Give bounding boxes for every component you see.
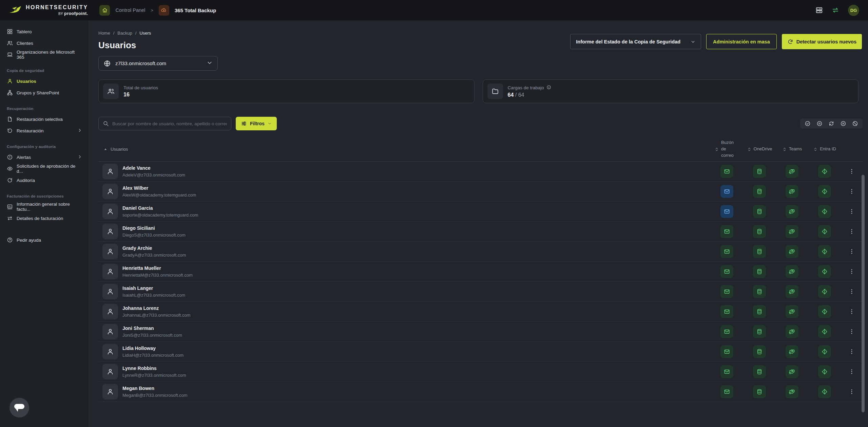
servers-icon[interactable] — [815, 6, 823, 14]
sidebar-item-usuarios[interactable]: Usuarios — [4, 75, 85, 87]
sync-icon[interactable] — [828, 120, 834, 127]
row-menu-button[interactable] — [847, 245, 856, 258]
table-row[interactable]: Daniel Garcia soporte@oldacademy.totemgu… — [98, 202, 863, 222]
info-icon[interactable] — [546, 85, 551, 91]
sidebar-item-restauracion[interactable]: Restauración — [4, 125, 85, 136]
teams-status-icon[interactable] — [786, 305, 798, 318]
onedrive-status-icon[interactable] — [753, 265, 766, 278]
entra-id-status-icon[interactable] — [818, 285, 831, 298]
table-row[interactable]: Johanna Lorenz JohannaL@z7l33.onmicrosof… — [98, 302, 863, 322]
block-icon[interactable] — [852, 120, 858, 127]
teams-status-icon[interactable] — [786, 225, 798, 238]
entra-id-status-icon[interactable] — [818, 365, 831, 378]
sidebar-item-alertas[interactable]: Alertas — [4, 151, 85, 163]
teams-status-icon[interactable] — [786, 325, 798, 338]
mailbox-status-icon[interactable] — [720, 225, 733, 238]
backup-status-report-dropdown[interactable]: Informe del Estado de la Copia de Seguri… — [570, 34, 701, 49]
column-header-entra-id[interactable]: Entra ID — [808, 146, 841, 152]
row-menu-button[interactable] — [847, 225, 856, 238]
onedrive-status-icon[interactable] — [753, 285, 766, 298]
table-row[interactable]: Diego Siciliani DiegoS@z7l33.onmicrosoft… — [98, 222, 863, 242]
teams-status-icon[interactable] — [786, 205, 798, 218]
row-menu-button[interactable] — [847, 345, 856, 358]
sidebar-item-solicitudes-aprobacion[interactable]: Solicitudes de aprobación de d... — [4, 163, 85, 174]
onedrive-status-icon[interactable] — [753, 245, 766, 258]
onedrive-status-icon[interactable] — [753, 325, 766, 338]
onedrive-status-icon[interactable] — [753, 205, 766, 218]
onedrive-status-icon[interactable] — [753, 165, 766, 178]
entra-id-status-icon[interactable] — [818, 305, 831, 318]
vertical-scrollbar[interactable] — [862, 175, 865, 412]
teams-status-icon[interactable] — [786, 245, 798, 258]
chat-widget-button[interactable] — [9, 398, 29, 417]
sidebar-item-organizaciones-m365[interactable]: Organizaciones de Microsoft 365 — [4, 49, 85, 60]
onedrive-status-icon[interactable] — [753, 305, 766, 318]
filters-button[interactable]: Filtros — [236, 117, 277, 130]
mailbox-status-icon[interactable] — [720, 265, 733, 278]
mailbox-status-icon[interactable] — [720, 325, 733, 338]
teams-status-icon[interactable] — [786, 385, 798, 398]
sidebar-item-pedir-ayuda[interactable]: Pedir ayuda — [4, 234, 85, 246]
transfer-arrows-icon[interactable] — [832, 6, 839, 14]
onedrive-status-icon[interactable] — [753, 385, 766, 398]
mailbox-status-icon[interactable] — [720, 245, 733, 258]
table-row[interactable]: Lynne Robbins LynneR@z7l33.onmicrosoft.c… — [98, 362, 863, 382]
sidebar-item-restauracion-selectiva[interactable]: Restauración selectiva — [4, 113, 85, 125]
table-row[interactable]: Adele Vance AdeleV@z7l33.onmicrosoft.com — [98, 162, 863, 182]
mailbox-status-icon[interactable] — [720, 285, 733, 298]
nav-control-panel[interactable]: Control Panel — [115, 7, 145, 13]
column-header-usuarios[interactable]: Usuarios — [98, 147, 711, 152]
row-menu-button[interactable] — [847, 205, 856, 218]
entra-id-status-icon[interactable] — [818, 185, 831, 198]
teams-status-icon[interactable] — [786, 345, 798, 358]
entra-id-status-icon[interactable] — [818, 345, 831, 358]
table-row[interactable]: Megan Bowen MeganB@z7l33.onmicrosoft.com — [98, 382, 863, 402]
row-menu-button[interactable] — [847, 165, 856, 178]
domain-select[interactable]: z7l33.onmicrosoft.com — [98, 56, 218, 71]
column-header-onedrive[interactable]: OneDrive — [743, 146, 776, 152]
onedrive-status-icon[interactable] — [753, 345, 766, 358]
pause-circle-icon[interactable] — [816, 120, 823, 127]
teams-status-icon[interactable] — [786, 185, 798, 198]
table-row[interactable]: Lidia Holloway LidiaH@z7l33.onmicrosoft.… — [98, 342, 863, 362]
mailbox-status-icon[interactable] — [720, 365, 733, 378]
bulk-admin-button[interactable]: Administración en masa — [706, 34, 777, 49]
mailbox-status-icon[interactable] — [720, 185, 733, 198]
backup-cloud-icon[interactable] — [159, 5, 169, 16]
onedrive-status-icon[interactable] — [753, 185, 766, 198]
onedrive-status-icon[interactable] — [753, 225, 766, 238]
column-header-teams[interactable]: Teams — [776, 146, 808, 152]
row-menu-button[interactable] — [847, 365, 856, 378]
row-menu-button[interactable] — [847, 325, 856, 338]
table-row[interactable]: Joni Sherman JoniS@z7l33.onmicrosoft.com — [98, 322, 863, 342]
entra-id-status-icon[interactable] — [818, 165, 831, 178]
entra-id-status-icon[interactable] — [818, 225, 831, 238]
teams-status-icon[interactable] — [786, 365, 798, 378]
avatar[interactable]: DG — [848, 5, 859, 16]
teams-status-icon[interactable] — [786, 285, 798, 298]
breadcrumb-home[interactable]: Home — [98, 31, 110, 36]
breadcrumb-backup[interactable]: Backup — [117, 31, 132, 36]
mailbox-status-icon[interactable] — [720, 165, 733, 178]
row-menu-button[interactable] — [847, 385, 856, 398]
sidebar-item-detalles-facturacion[interactable]: Detalles de facturación — [4, 212, 85, 224]
teams-status-icon[interactable] — [786, 165, 798, 178]
entra-id-status-icon[interactable] — [818, 245, 831, 258]
table-row[interactable]: Isaiah Langer IsaiahL@z7l33.onmicrosoft.… — [98, 282, 863, 302]
sidebar-item-auditoria[interactable]: Auditoría — [4, 174, 85, 186]
entra-id-status-icon[interactable] — [818, 265, 831, 278]
entra-id-status-icon[interactable] — [818, 325, 831, 338]
home-icon[interactable] — [99, 5, 110, 16]
cancel-circle-icon[interactable] — [840, 120, 846, 127]
row-menu-button[interactable] — [847, 285, 856, 298]
mailbox-status-icon[interactable] — [720, 385, 733, 398]
mailbox-status-icon[interactable] — [720, 205, 733, 218]
table-row[interactable]: Grady Archie GradyA@z7l33.onmicrosoft.co… — [98, 242, 863, 262]
sidebar-item-grupos-sharepoint[interactable]: Grupos y SharePoint — [4, 87, 85, 98]
row-menu-button[interactable] — [847, 265, 856, 278]
table-row[interactable]: Henrietta Mueller HenriettaM@z7l33.onmic… — [98, 262, 863, 282]
table-row[interactable]: Alex Wilber AlexW@oldacademy.totemguard.… — [98, 182, 863, 202]
detect-new-users-button[interactable]: Detectar usuarios nuevos — [782, 34, 862, 49]
entra-id-status-icon[interactable] — [818, 205, 831, 218]
mailbox-status-icon[interactable] — [720, 345, 733, 358]
